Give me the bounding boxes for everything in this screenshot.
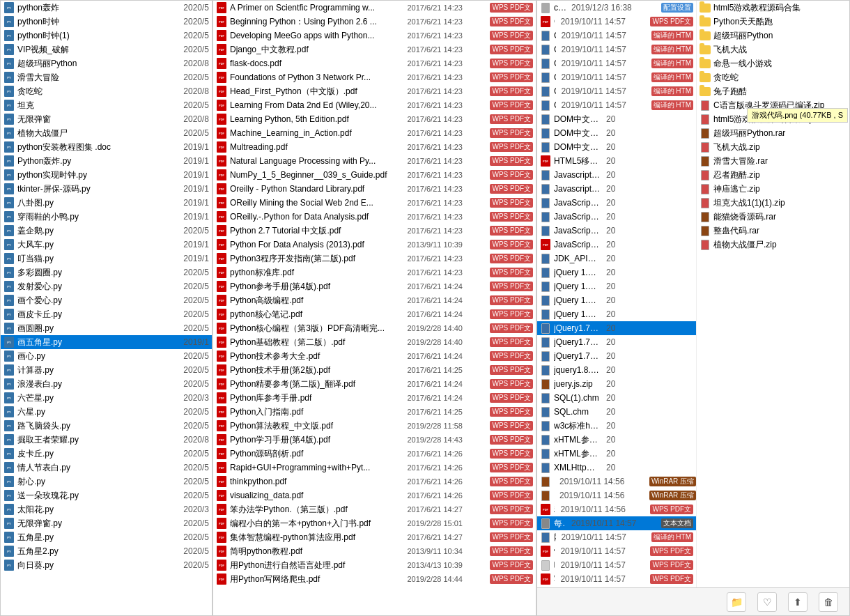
list-item[interactable]: JavaScript描述面试题.pdf20 bbox=[537, 238, 696, 252]
list-item[interactable]: Javascript参考手册.chm20 bbox=[537, 182, 696, 196]
list-item[interactable]: tkinter-屏保-源码.py2019/1 bbox=[1, 182, 212, 196]
list-item[interactable]: Developing MeeGo apps with Python...2017… bbox=[213, 29, 536, 43]
list-item[interactable]: 盖企鹅.py2020/5 bbox=[1, 224, 212, 238]
list-item[interactable]: 射心.py2020/5 bbox=[1, 475, 212, 488]
list-item[interactable]: 神庙逃亡.zip bbox=[697, 182, 849, 196]
list-item[interactable]: A Primer on Scientfic Programming w...20… bbox=[213, 1, 536, 15]
list-item[interactable]: CSS 3.0参考手册(1).chm2019/10/11 14:57编译的 HT… bbox=[537, 56, 696, 70]
list-item[interactable]: 掘取王者荣耀.py2020/8 bbox=[1, 433, 212, 447]
list-item[interactable]: OReilly Mining the Social Web 2nd E...20… bbox=[213, 196, 536, 210]
list-item[interactable]: 飞机大战.zip bbox=[697, 140, 849, 154]
list-item[interactable]: VIP视频_破解2020/5 bbox=[1, 43, 212, 56]
list-item[interactable]: jQuery1.7 中文手册(2).chm20 bbox=[537, 335, 696, 349]
list-item[interactable]: 滑雪大冒险.rar bbox=[697, 154, 849, 168]
list-item[interactable]: Head_First_Python（中文版）.pdf2017/6/21 14:2… bbox=[213, 84, 536, 98]
list-item[interactable]: visualizing_data.pdf2017/6/21 14:26WPS P… bbox=[213, 488, 536, 502]
list-item[interactable]: 画五角星.py2019/1 bbox=[1, 335, 212, 349]
list-item[interactable]: python轰炸2020/5 bbox=[1, 1, 212, 15]
list-item[interactable]: Python技术参考大全.pdf2017/6/21 14:24WPS PDF文 bbox=[213, 349, 536, 363]
list-item[interactable]: DOM中文手册(1).chm20 bbox=[537, 112, 696, 126]
list-item[interactable]: 浪漫表白.py2020/5 bbox=[1, 377, 212, 391]
list-item[interactable]: JavaScript核心参考手册(1).chm20 bbox=[537, 196, 696, 210]
list-item[interactable]: Rapid+GUI+Programming+with+Pyt...2017/6/… bbox=[213, 461, 536, 475]
list-item[interactable]: CSS 2.0 中文手册.chm2019/10/11 14:57编译的 HTM bbox=[537, 43, 696, 56]
list-item[interactable]: Python天天酷跑 bbox=[697, 15, 849, 29]
list-item[interactable]: CSS中文完全参考手册.chm2019/10/11 14:57编译的 HTM bbox=[537, 98, 696, 112]
list-item[interactable]: CSS 2.0 中文手册(2).chm2019/10/11 14:57编译的 H… bbox=[537, 29, 696, 43]
list-item[interactable]: 滑雪大冒险2020/5 bbox=[1, 70, 212, 84]
list-item[interactable]: DOM中文手册(2).chm20 bbox=[537, 126, 696, 140]
list-item[interactable]: JavaScript核心参考手册.chm20 bbox=[537, 224, 696, 238]
share-button[interactable]: ⬆ bbox=[788, 592, 808, 612]
list-item[interactable]: 超实用的JavScript代码.rar2019/10/11 14:56WinRA… bbox=[537, 488, 696, 502]
list-item[interactable]: Javascript参考手册(1).chm20 bbox=[537, 168, 696, 182]
list-item[interactable]: Foundations of Python 3 Network Pr...201… bbox=[213, 70, 536, 84]
list-item[interactable]: Python源码剖析.pdf2017/6/21 14:26WPS PDF文 bbox=[213, 447, 536, 461]
list-item[interactable]: 无限弹窗2020/8 bbox=[1, 112, 212, 126]
list-item[interactable]: 每个程序员都会的35种小技巧.txt2019/10/11 14:57文本文档 bbox=[537, 516, 696, 530]
list-item[interactable]: flask-docs.pdf2017/6/21 14:23WPS PDF文 bbox=[213, 56, 536, 70]
list-item[interactable]: Python轰炸.py2019/1 bbox=[1, 154, 212, 168]
list-item[interactable]: 集体智慧编程-python算法应用.pdf2017/6/21 14:27WPS … bbox=[213, 530, 536, 544]
list-item[interactable]: python时钟(1)2020/5 bbox=[1, 29, 212, 43]
list-item[interactable]: 忍者跑酷.zip bbox=[697, 168, 849, 182]
list-item[interactable]: 八卦图.py2019/1 bbox=[1, 196, 212, 210]
list-item[interactable]: XMLHttp中参考手册.chm20 bbox=[537, 461, 696, 475]
list-item[interactable]: python核心笔记.pdf2017/6/21 14:24WPS PDF文 bbox=[213, 307, 536, 321]
list-item[interactable]: DOM中文手册.chm20 bbox=[537, 140, 696, 154]
list-item[interactable]: 用Python进行自然语言处理.pdf2013/4/13 10:39WPS PD… bbox=[213, 558, 536, 572]
list-item[interactable]: Multreading.pdf2017/6/21 14:23WPS PDF文 bbox=[213, 140, 536, 154]
list-item[interactable]: SQL(1).chm20 bbox=[537, 391, 696, 405]
list-item[interactable]: Python精要参考(第二版)_翻译.pdf2017/6/21 14:24WPS… bbox=[213, 377, 536, 391]
delete-button[interactable]: 🗑 bbox=[819, 592, 838, 612]
list-item[interactable]: 画心.py2020/5 bbox=[1, 349, 212, 363]
list-item[interactable]: 多彩圆圈.py2020/5 bbox=[1, 265, 212, 279]
list-item[interactable]: CSS 3.0参考手册(2).chm2019/10/11 14:57编译的 HT… bbox=[537, 70, 696, 84]
list-item[interactable]: Python库参考手册.pdf2017/6/21 14:24WPS PDF文 bbox=[213, 391, 536, 405]
list-item[interactable]: Python学习手册(第4版).pdf2019/2/28 14:43WPS PD… bbox=[213, 433, 536, 447]
list-item[interactable]: 整蛊代码.rar bbox=[697, 224, 849, 238]
list-item[interactable]: Python高级编程.pdf2017/6/21 14:24WPS PDF文 bbox=[213, 293, 536, 307]
list-item[interactable]: 编程小白的第一本+python+入门书.pdf2019/2/28 15:01WP… bbox=[213, 516, 536, 530]
list-item[interactable]: Python技术手册(第2版).pdf2017/6/21 14:25WPS PD… bbox=[213, 363, 536, 377]
list-item[interactable]: python标准库.pdf2017/6/21 14:23WPS PDF文 bbox=[213, 265, 536, 279]
list-item[interactable]: 无限弹窗.py2020/5 bbox=[1, 516, 212, 530]
list-item[interactable]: 兔子跑酷 bbox=[697, 84, 849, 98]
list-item[interactable]: 坦克2020/5 bbox=[1, 98, 212, 112]
list-item[interactable]: xHTML参考手册.chm20 bbox=[537, 447, 696, 461]
list-item[interactable]: juery.js.zip20 bbox=[537, 377, 696, 391]
list-item[interactable]: Python算法教程_中文版.pdf2019/2/28 11:58WPS PDF… bbox=[213, 419, 536, 433]
list-item[interactable]: 超实用的css代码.rar2019/10/11 14:56WinRAR 压缩 bbox=[537, 475, 696, 488]
list-item[interactable]: 超级玛丽Python bbox=[697, 29, 849, 43]
list-item[interactable]: HTML5移动开发即学即用[双色].pdf20 bbox=[537, 154, 696, 168]
list-item[interactable]: python时钟2020/5 bbox=[1, 15, 212, 29]
list-item[interactable]: Learning From Data 2nd Ed (Wiley,20...20… bbox=[213, 98, 536, 112]
list-item[interactable]: 画个爱心.py2020/5 bbox=[1, 293, 212, 307]
list-item[interactable]: SQL.chm20 bbox=[537, 405, 696, 419]
list-item[interactable]: 皮卡丘.py2020/5 bbox=[1, 447, 212, 461]
list-item[interactable]: Python 2.7 Tutorial 中文版.pdf2017/6/21 14:… bbox=[213, 224, 536, 238]
list-item[interactable]: 路飞脑袋头.py2020/5 bbox=[1, 419, 212, 433]
list-item[interactable]: Machine_Learning_in_Action.pdf2017/6/21 … bbox=[213, 126, 536, 140]
list-item[interactable]: 写给大家看的设计书(第3版).pdf2019/10/11 14:57WPS PD… bbox=[537, 572, 696, 586]
list-item[interactable]: 植物大战僵尸.zip bbox=[697, 238, 849, 252]
list-item[interactable]: CSS 3.0参考手册.chm2019/10/11 14:57编译的 HTM bbox=[537, 84, 696, 98]
list-item[interactable]: 六星.py2020/5 bbox=[1, 405, 212, 419]
list-item[interactable]: 太阳花.py2020/3 bbox=[1, 502, 212, 516]
list-item[interactable]: jQuery1.7 中文手册.chm20 bbox=[537, 349, 696, 363]
list-item[interactable]: 用Python写网络爬虫.pdf2019/2/28 14:44WPS PDF文 bbox=[213, 572, 536, 586]
list-item[interactable]: 超级玛丽Python2020/8 bbox=[1, 56, 212, 70]
list-item[interactable]: jQuery 1.3参考手册(1).chm20 bbox=[537, 265, 696, 279]
list-item[interactable]: 响应式Web设计：HTML5和CSS3实践.p...2019/10/11 14:… bbox=[537, 558, 696, 572]
list-item[interactable]: 超级玛丽Python.rar bbox=[697, 126, 849, 140]
list-item[interactable]: html5游戏教程源码合集 bbox=[697, 1, 849, 15]
list-item[interactable]: Python入门指南.pdf2017/6/21 14:25WPS PDF文 bbox=[213, 405, 536, 419]
list-item[interactable]: 向日葵.py2020/5 bbox=[1, 558, 212, 572]
list-item[interactable]: jQuery1.7 中文手册(1).chm20 bbox=[537, 321, 696, 335]
list-item[interactable]: 情人节表白.py2020/5 bbox=[1, 461, 212, 475]
list-item[interactable]: python安装教程图集 .doc2019/1 bbox=[1, 140, 212, 154]
list-item[interactable]: 精通JavaScript(图灵计算机科学丛书).pdf2019/10/11 14… bbox=[537, 502, 696, 516]
list-item[interactable]: Natural Language Processing with Py...20… bbox=[213, 154, 536, 168]
list-item[interactable]: 简明python教程.pdf2013/9/11 10:34WPS PDF文 bbox=[213, 544, 536, 558]
new-folder-button[interactable]: 📁 bbox=[727, 592, 746, 612]
